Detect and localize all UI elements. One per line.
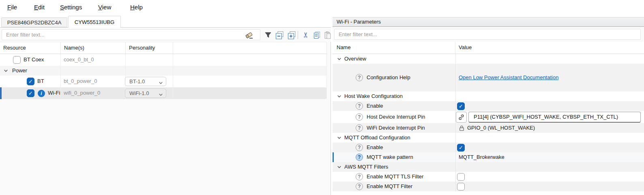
menu-mnemonic: H bbox=[130, 4, 135, 11]
column-header-name: Name bbox=[333, 42, 455, 54]
resource-name: wifi_0_power_0 bbox=[64, 90, 100, 96]
checkbox-wi-fi[interactable]: ✓ bbox=[27, 89, 34, 97]
checkbox-enable[interactable]: ✓ bbox=[457, 102, 465, 110]
device-configurator-window: FileEditSettingsViewHelp PSE846GPS2DBZC4… bbox=[0, 0, 644, 195]
checkbox-enable-mqtt-tls-filter[interactable] bbox=[457, 173, 465, 181]
cell bbox=[173, 87, 327, 99]
toolbar-separator bbox=[298, 31, 298, 39]
menu-mnemonic: F bbox=[7, 4, 11, 11]
resource-rows: BT Coexcoex_0_bt_0Power✓BTbt_0_power_0BT… bbox=[0, 54, 327, 99]
param-group-host-wake-configuration[interactable]: Host Wake Configuration bbox=[333, 91, 644, 101]
parameters-panel-title: Wi-Fi - Parameters bbox=[333, 17, 644, 27]
column-divider bbox=[455, 91, 456, 101]
collapse-all-icon[interactable] bbox=[274, 30, 285, 40]
resource-table-header: Resource Name(s) Personality bbox=[0, 42, 327, 54]
checkbox-enable[interactable]: ✓ bbox=[457, 144, 465, 152]
column-header-resource: Resource bbox=[0, 42, 61, 54]
column-divider bbox=[455, 54, 456, 64]
chevron-down-icon[interactable] bbox=[3, 68, 8, 73]
personality-dropdown-bt[interactable]: BT-1.0 bbox=[125, 77, 166, 86]
cell bbox=[126, 66, 173, 76]
selection-accent-bar bbox=[333, 152, 334, 162]
parameter-table-header: Name Value bbox=[333, 42, 644, 54]
menu-file[interactable]: File bbox=[7, 0, 17, 15]
filter-funnel-icon[interactable] bbox=[263, 30, 273, 40]
chevron-down-icon bbox=[159, 79, 163, 88]
right-filter-strip bbox=[333, 27, 644, 42]
cell bbox=[61, 66, 126, 76]
column-divider bbox=[455, 123, 456, 133]
help-icon: ? bbox=[356, 173, 363, 180]
cell bbox=[173, 76, 327, 87]
help-icon: ? bbox=[356, 113, 363, 121]
eraser-icon[interactable] bbox=[244, 30, 254, 40]
param-group-overview[interactable]: Overview bbox=[333, 54, 644, 64]
chevron-down-icon[interactable] bbox=[337, 165, 341, 169]
checkbox-enable-mqtt-filter[interactable] bbox=[457, 183, 465, 191]
expand-all-icon[interactable] bbox=[286, 30, 297, 40]
param-label: Host Device Interrupt Pin bbox=[367, 114, 425, 120]
resource-group-power[interactable]: Power bbox=[0, 66, 327, 76]
chevron-down-icon[interactable] bbox=[337, 135, 341, 140]
resource-row-bt[interactable]: ✓BTbt_0_power_0BT-1.0 bbox=[0, 76, 327, 87]
param-row-configuration-help: ?Configuration HelpOpen Low Power Assist… bbox=[333, 64, 644, 91]
resource-label: BT Coex bbox=[24, 56, 44, 63]
resource-label: Wi-Fi bbox=[48, 90, 60, 96]
cell bbox=[173, 66, 327, 76]
resource-row-wi-fi[interactable]: ✓iWi-Fiwifi_0_power_0WiFi-1.0 bbox=[0, 87, 327, 99]
menu-mnemonic: E bbox=[34, 4, 38, 11]
personality-dropdown-wi-fi[interactable]: WiFi-1.0 bbox=[125, 89, 166, 98]
cut-icon[interactable]: ✂ bbox=[301, 30, 311, 40]
menu-edit[interactable]: Edit bbox=[34, 0, 45, 15]
column-divider bbox=[455, 172, 456, 182]
help-icon: ? bbox=[356, 102, 363, 110]
link-icon[interactable] bbox=[456, 112, 467, 123]
column-divider bbox=[455, 101, 456, 111]
checkbox-bt[interactable]: ✓ bbox=[27, 78, 34, 85]
menu-view[interactable]: View bbox=[98, 0, 111, 15]
param-label: Enable MQTT TLS Filter bbox=[367, 173, 423, 180]
param-group-mqtt-offload-configuration[interactable]: MQTT Offload Configuration bbox=[333, 133, 644, 143]
documentation-link[interactable]: Open Low Power Assistant Documentation bbox=[459, 74, 558, 80]
param-value[interactable]: MQTT_Brokerwake bbox=[459, 154, 504, 160]
parameter-rows: Overview?Configuration HelpOpen Low Powe… bbox=[333, 54, 644, 191]
param-row-enable-mqtt-filter: ?Enable MQTT Filter bbox=[333, 182, 644, 191]
param-value: GPIO_0 (WL_HOST_WAKE) bbox=[467, 125, 535, 131]
param-label: Configuration Help bbox=[367, 74, 410, 80]
column-divider bbox=[455, 133, 456, 143]
param-group-label: AWS MQTT Filters bbox=[344, 164, 388, 170]
column-divider bbox=[455, 143, 456, 152]
help-icon: ? bbox=[356, 144, 363, 151]
param-group-label: MQTT Offload Configuration bbox=[344, 134, 410, 141]
param-group-aws-mqtt-filters[interactable]: AWS MQTT Filters bbox=[333, 162, 644, 172]
parameters-panel: Wi-Fi - Parameters Name Value Overview?C… bbox=[332, 0, 644, 195]
menu-settings[interactable]: Settings bbox=[60, 0, 82, 15]
column-divider bbox=[455, 162, 456, 172]
column-divider bbox=[455, 64, 456, 91]
info-icon: i bbox=[38, 90, 45, 97]
selection-accent-bar bbox=[0, 87, 2, 99]
checkbox-bt-coex[interactable] bbox=[13, 56, 21, 64]
resource-filter-input[interactable] bbox=[2, 29, 260, 40]
help-icon: ? bbox=[356, 124, 363, 132]
cell bbox=[126, 54, 173, 66]
column-header-names: Name(s) bbox=[61, 42, 126, 54]
tab-pse846gps2dbzc4a[interactable]: PSE846GPS2DBZC4A bbox=[1, 17, 67, 27]
copy-icon[interactable] bbox=[311, 30, 322, 40]
resource-row-bt-coex[interactable]: BT Coexcoex_0_bt_0 bbox=[0, 54, 327, 66]
parameter-filter-input[interactable] bbox=[334, 29, 641, 40]
menu-help[interactable]: Help bbox=[130, 0, 143, 15]
paste-icon[interactable] bbox=[322, 30, 333, 40]
column-header-value: Value bbox=[455, 42, 644, 54]
resource-group-label: Power bbox=[12, 67, 27, 74]
pin-select-combo[interactable]: P11[4] (CYBSP_WIFI_HOST_WAKE, CYBSP_ETH_… bbox=[468, 112, 641, 123]
column-divider bbox=[455, 182, 456, 191]
param-row-enable-mqtt-tls-filter: ?Enable MQTT TLS Filter bbox=[333, 172, 644, 182]
chevron-down-icon[interactable] bbox=[337, 56, 341, 61]
chevron-down-icon[interactable] bbox=[337, 94, 341, 99]
tab-cyw55513iubg[interactable]: CYW55513IUBG bbox=[68, 16, 121, 28]
resource-label: BT bbox=[37, 78, 44, 84]
help-icon: ? bbox=[356, 154, 363, 161]
personality-value: WiFi-1.0 bbox=[129, 90, 149, 96]
param-row-enable: ?Enable✓ bbox=[333, 101, 644, 111]
